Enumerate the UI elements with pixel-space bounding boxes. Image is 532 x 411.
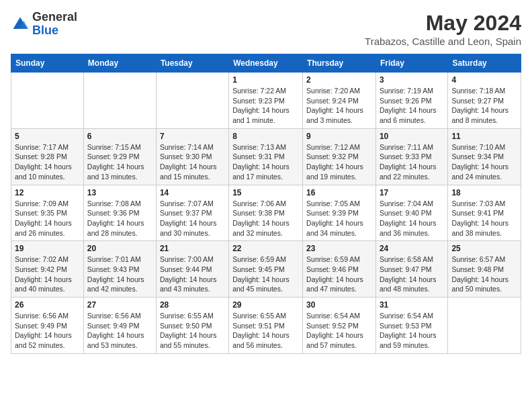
day-number: 19 [15, 244, 80, 253]
day-info: Sunrise: 6:59 AM Sunset: 9:46 PM Dayligh… [306, 255, 372, 294]
calendar-cell [83, 73, 156, 129]
calendar-cell: 10Sunrise: 7:11 AM Sunset: 9:33 PM Dayli… [375, 128, 447, 185]
calendar-cell: 18Sunrise: 7:03 AM Sunset: 9:41 PM Dayli… [448, 185, 521, 241]
day-number: 23 [306, 244, 372, 253]
logo: General Blue [11, 11, 77, 38]
day-number: 8 [232, 132, 299, 141]
calendar-cell: 15Sunrise: 7:06 AM Sunset: 9:38 PM Dayli… [229, 185, 303, 241]
day-number: 7 [160, 132, 225, 141]
day-info: Sunrise: 7:05 AM Sunset: 9:39 PM Dayligh… [306, 199, 372, 238]
week-row-5: 26Sunrise: 6:56 AM Sunset: 9:49 PM Dayli… [11, 298, 521, 354]
day-number: 15 [232, 188, 299, 197]
day-number: 4 [451, 75, 517, 85]
day-number: 6 [87, 132, 152, 141]
day-number: 14 [160, 188, 225, 197]
calendar-cell: 22Sunrise: 6:59 AM Sunset: 9:45 PM Dayli… [229, 241, 303, 298]
weekday-header-thursday: Thursday [303, 54, 376, 73]
calendar-cell: 2Sunrise: 7:20 AM Sunset: 9:24 PM Daylig… [303, 73, 376, 129]
page-header: General Blue May 2024 Trabazos, Castille… [11, 11, 521, 47]
logo-icon [11, 15, 30, 34]
day-number: 22 [232, 244, 299, 253]
day-info: Sunrise: 7:07 AM Sunset: 9:37 PM Dayligh… [160, 199, 225, 238]
calendar-cell: 14Sunrise: 7:07 AM Sunset: 9:37 PM Dayli… [156, 185, 228, 241]
week-row-3: 12Sunrise: 7:09 AM Sunset: 9:35 PM Dayli… [11, 185, 521, 241]
day-number: 24 [380, 244, 444, 253]
day-number: 3 [380, 75, 444, 85]
day-info: Sunrise: 6:55 AM Sunset: 9:50 PM Dayligh… [160, 311, 225, 351]
calendar-cell: 5Sunrise: 7:17 AM Sunset: 9:28 PM Daylig… [11, 128, 84, 185]
day-info: Sunrise: 6:59 AM Sunset: 9:45 PM Dayligh… [232, 255, 299, 294]
day-info: Sunrise: 6:57 AM Sunset: 9:48 PM Dayligh… [451, 255, 517, 294]
day-number: 21 [160, 244, 225, 253]
day-info: Sunrise: 7:22 AM Sunset: 9:23 PM Dayligh… [232, 86, 299, 126]
week-row-4: 19Sunrise: 7:02 AM Sunset: 9:42 PM Dayli… [11, 241, 521, 298]
day-number: 18 [451, 188, 517, 197]
calendar-cell: 25Sunrise: 6:57 AM Sunset: 9:48 PM Dayli… [448, 241, 521, 298]
day-info: Sunrise: 6:54 AM Sunset: 9:52 PM Dayligh… [306, 311, 372, 351]
day-info: Sunrise: 7:04 AM Sunset: 9:40 PM Dayligh… [380, 199, 444, 238]
calendar-cell: 29Sunrise: 6:55 AM Sunset: 9:51 PM Dayli… [229, 298, 303, 354]
day-number: 1 [232, 75, 299, 85]
weekday-header-tuesday: Tuesday [156, 54, 228, 73]
day-info: Sunrise: 7:11 AM Sunset: 9:33 PM Dayligh… [380, 142, 444, 182]
day-info: Sunrise: 7:19 AM Sunset: 9:26 PM Dayligh… [380, 86, 444, 126]
calendar-cell: 21Sunrise: 7:00 AM Sunset: 9:44 PM Dayli… [156, 241, 228, 298]
day-info: Sunrise: 7:10 AM Sunset: 9:34 PM Dayligh… [451, 142, 517, 182]
title-block: May 2024 Trabazos, Castille and Leon, Sp… [365, 11, 521, 47]
calendar-cell: 6Sunrise: 7:15 AM Sunset: 9:29 PM Daylig… [83, 128, 156, 185]
day-info: Sunrise: 6:58 AM Sunset: 9:47 PM Dayligh… [380, 255, 444, 294]
day-info: Sunrise: 7:01 AM Sunset: 9:43 PM Dayligh… [87, 255, 152, 294]
calendar-cell: 23Sunrise: 6:59 AM Sunset: 9:46 PM Dayli… [303, 241, 376, 298]
calendar-cell: 17Sunrise: 7:04 AM Sunset: 9:40 PM Dayli… [375, 185, 447, 241]
day-info: Sunrise: 7:13 AM Sunset: 9:31 PM Dayligh… [232, 142, 299, 182]
day-info: Sunrise: 7:08 AM Sunset: 9:36 PM Dayligh… [87, 199, 152, 238]
calendar-table: SundayMondayTuesdayWednesdayThursdayFrid… [11, 54, 521, 354]
day-number: 25 [451, 244, 517, 253]
weekday-header-sunday: Sunday [11, 54, 84, 73]
calendar-cell: 7Sunrise: 7:14 AM Sunset: 9:30 PM Daylig… [156, 128, 228, 185]
calendar-cell: 4Sunrise: 7:18 AM Sunset: 9:27 PM Daylig… [448, 73, 521, 129]
calendar-cell: 13Sunrise: 7:08 AM Sunset: 9:36 PM Dayli… [83, 185, 156, 241]
day-info: Sunrise: 7:12 AM Sunset: 9:32 PM Dayligh… [306, 142, 372, 182]
weekday-row: SundayMondayTuesdayWednesdayThursdayFrid… [11, 54, 521, 73]
calendar-cell [11, 73, 84, 129]
month-title: May 2024 [365, 11, 521, 36]
calendar-cell: 8Sunrise: 7:13 AM Sunset: 9:31 PM Daylig… [229, 128, 303, 185]
calendar-cell: 27Sunrise: 6:56 AM Sunset: 9:49 PM Dayli… [83, 298, 156, 354]
day-info: Sunrise: 7:02 AM Sunset: 9:42 PM Dayligh… [15, 255, 80, 294]
week-row-2: 5Sunrise: 7:17 AM Sunset: 9:28 PM Daylig… [11, 128, 521, 185]
day-info: Sunrise: 7:03 AM Sunset: 9:41 PM Dayligh… [451, 199, 517, 238]
day-number: 10 [380, 132, 444, 141]
day-info: Sunrise: 7:09 AM Sunset: 9:35 PM Dayligh… [15, 199, 80, 238]
day-number: 31 [380, 300, 444, 310]
calendar-cell: 1Sunrise: 7:22 AM Sunset: 9:23 PM Daylig… [229, 73, 303, 129]
day-number: 5 [15, 132, 80, 141]
day-number: 16 [306, 188, 372, 197]
day-number: 17 [380, 188, 444, 197]
day-number: 27 [87, 300, 152, 310]
logo-general-text: General [32, 10, 77, 24]
calendar-cell: 24Sunrise: 6:58 AM Sunset: 9:47 PM Dayli… [375, 241, 447, 298]
calendar-cell: 9Sunrise: 7:12 AM Sunset: 9:32 PM Daylig… [303, 128, 376, 185]
calendar-cell: 12Sunrise: 7:09 AM Sunset: 9:35 PM Dayli… [11, 185, 84, 241]
day-info: Sunrise: 6:56 AM Sunset: 9:49 PM Dayligh… [87, 311, 152, 351]
weekday-header-monday: Monday [83, 54, 156, 73]
day-number: 9 [306, 132, 372, 141]
day-info: Sunrise: 6:54 AM Sunset: 9:53 PM Dayligh… [380, 311, 444, 351]
calendar-cell: 20Sunrise: 7:01 AM Sunset: 9:43 PM Dayli… [83, 241, 156, 298]
calendar-cell: 16Sunrise: 7:05 AM Sunset: 9:39 PM Dayli… [303, 185, 376, 241]
day-info: Sunrise: 6:56 AM Sunset: 9:49 PM Dayligh… [15, 311, 80, 351]
logo-blue-text: Blue [32, 24, 58, 37]
location: Trabazos, Castille and Leon, Spain [365, 36, 521, 47]
day-number: 28 [160, 300, 225, 310]
weekday-header-friday: Friday [375, 54, 447, 73]
calendar-cell: 28Sunrise: 6:55 AM Sunset: 9:50 PM Dayli… [156, 298, 228, 354]
day-number: 30 [306, 300, 372, 310]
day-number: 26 [15, 300, 80, 310]
day-info: Sunrise: 7:06 AM Sunset: 9:38 PM Dayligh… [232, 199, 299, 238]
calendar-body: 1Sunrise: 7:22 AM Sunset: 9:23 PM Daylig… [11, 73, 521, 354]
day-info: Sunrise: 7:15 AM Sunset: 9:29 PM Dayligh… [87, 142, 152, 182]
weekday-header-wednesday: Wednesday [229, 54, 303, 73]
calendar-cell: 3Sunrise: 7:19 AM Sunset: 9:26 PM Daylig… [375, 73, 447, 129]
calendar-cell: 30Sunrise: 6:54 AM Sunset: 9:52 PM Dayli… [303, 298, 376, 354]
